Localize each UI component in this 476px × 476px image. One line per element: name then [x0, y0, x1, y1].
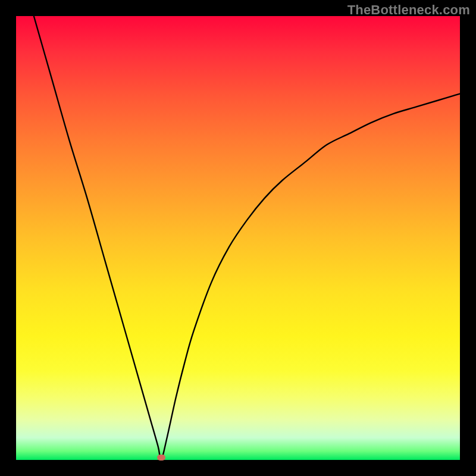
curve-path — [34, 16, 460, 460]
optimal-point-marker — [157, 455, 165, 461]
chart-plot-area — [16, 16, 460, 460]
bottleneck-curve — [16, 16, 460, 460]
